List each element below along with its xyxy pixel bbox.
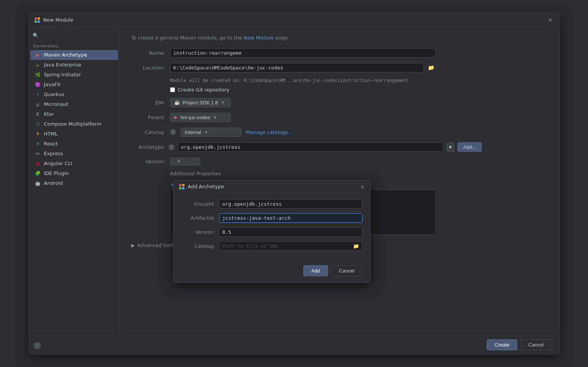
manage-catalogs-link[interactable]: Manage catalogs... <box>246 129 293 135</box>
svg-rect-5 <box>182 184 184 186</box>
dialog-footer: ? Create Cancel <box>29 335 560 354</box>
archetype-help-icon[interactable]: ? <box>169 144 175 150</box>
parent-dropdown[interactable]: ▶ hm-juc-codes ▼ <box>170 113 231 122</box>
additional-props-label-row: Additional Properties <box>131 171 548 176</box>
sidebar-label-ide: IDE Plugin <box>44 170 69 176</box>
sidebar-item-spring[interactable]: 🌿 Spring Initializr <box>30 70 118 80</box>
svg-rect-1 <box>38 17 40 20</box>
version-arrow-icon: ▼ <box>177 159 181 164</box>
archetype-label: Archetype: <box>131 144 166 150</box>
sidebar-item-ide-plugin[interactable]: 🧩 IDE Plugin <box>30 169 118 178</box>
groupid-input[interactable] <box>219 199 363 209</box>
catalog-dropdown[interactable]: Internal ▼ <box>181 128 241 137</box>
javafx-icon: 🟣 <box>35 82 41 88</box>
browse-folder-button[interactable]: 📁 <box>426 64 436 71</box>
popup-dialog-icon <box>179 184 185 190</box>
jdk-row: JDK: ☕ Project SDK 1.8 ▼ <box>131 98 548 107</box>
git-checkbox[interactable] <box>170 87 175 92</box>
sidebar-label-html: HTML <box>44 131 58 137</box>
popup-title: Add Archetype <box>188 184 357 189</box>
popup-catalog-input[interactable]: Path to file or URL 📁 <box>219 241 363 251</box>
sidebar-item-maven-archetype[interactable]: ▶ Maven Archetype <box>30 50 118 60</box>
sidebar-label-quarkus: Quarkus <box>44 91 65 97</box>
svg-rect-4 <box>179 184 181 186</box>
popup-cancel-button[interactable]: Cancel <box>331 265 362 276</box>
spring-icon: 🌿 <box>35 72 41 78</box>
ktor-icon: K <box>35 111 41 117</box>
sidebar-item-express[interactable]: ex Express <box>30 149 118 159</box>
git-checkbox-row: Create Git repository <box>170 87 548 93</box>
quarkus-icon: ⚡ <box>35 91 41 98</box>
sidebar-item-quarkus[interactable]: ⚡ Quarkus <box>30 90 118 99</box>
location-field-wrapper: 📁 <box>170 63 436 72</box>
sidebar-label-angular: Angular CLI <box>44 161 73 166</box>
sidebar-label-micronaut: Micronaut <box>44 101 69 107</box>
version-label: Version: <box>131 159 166 164</box>
location-row: Location: 📁 <box>131 63 548 72</box>
archetype-dropdown-btn[interactable]: ▼ <box>446 142 455 152</box>
catalog-label: Catalog: <box>131 129 166 135</box>
parent-row: Parent: ▶ hm-juc-codes ▼ <box>131 113 548 122</box>
sidebar-label-compose: Compose Multiplatform <box>44 121 102 127</box>
android-icon: 🤖 <box>35 180 41 186</box>
sidebar-label-ktor: Ktor <box>44 111 54 117</box>
artifactid-row: ArtifactId: <box>181 213 363 223</box>
version-dropdown[interactable]: ▼ <box>170 158 200 165</box>
sidebar-label-maven: Maven Archetype <box>44 52 87 58</box>
cancel-button[interactable]: Cancel <box>520 339 552 350</box>
sidebar-label-android: Android <box>44 180 63 186</box>
sidebar-item-ktor[interactable]: K Ktor <box>30 109 118 119</box>
popup-version-input[interactable] <box>219 227 363 237</box>
popup-version-label: Version: <box>181 229 215 235</box>
create-button[interactable]: Create <box>487 339 517 350</box>
name-label: Name: <box>131 50 166 56</box>
parent-arrow-icon: ▼ <box>213 115 217 120</box>
catalog-arrow-icon: ▼ <box>204 130 208 134</box>
name-input[interactable] <box>170 48 436 58</box>
location-label: Location: <box>131 65 166 71</box>
groupid-label: GroupId: <box>181 201 215 207</box>
archetype-input[interactable] <box>178 142 443 152</box>
close-button[interactable]: × <box>547 16 554 24</box>
popup-catalog-label: Catalog: <box>181 243 215 249</box>
catalog-help-icon[interactable]: ? <box>170 129 176 135</box>
sidebar-item-android[interactable]: 🤖 Android <box>30 178 118 188</box>
angular-icon: A <box>35 161 41 167</box>
module-path-hint: Module will be created in: K:\CodeSpace\… <box>170 78 548 83</box>
jdk-icon: ☕ <box>174 100 180 105</box>
sidebar-item-micronaut[interactable]: μ Micronaut <box>30 99 118 109</box>
artifactid-input[interactable] <box>219 213 363 223</box>
sidebar-label-express: Express <box>44 151 63 156</box>
location-input[interactable] <box>170 63 424 72</box>
search-box: 🔍 <box>29 30 120 41</box>
svg-rect-7 <box>182 187 184 189</box>
popup-body: GroupId: ArtifactId: Version: Catalog: <box>173 193 370 261</box>
popup-title-bar: Add Archetype × <box>173 181 370 193</box>
jdk-label: JDK: <box>131 100 166 106</box>
sidebar-item-compose[interactable]: ⬡ Compose Multiplatform <box>30 119 118 129</box>
generators-label: Generators <box>29 41 120 50</box>
svg-rect-6 <box>179 187 181 189</box>
jdk-dropdown[interactable]: ☕ Project SDK 1.8 ▼ <box>170 98 231 107</box>
popup-add-button[interactable]: Add <box>303 265 328 276</box>
folder-icon: 📁 <box>353 243 359 249</box>
popup-close-button[interactable]: × <box>360 184 365 190</box>
sidebar-item-javafx[interactable]: 🟣 JavaFX <box>30 80 118 90</box>
groupid-row: GroupId: <box>181 199 363 209</box>
artifactid-label: ArtifactId: <box>181 215 215 221</box>
jdk-value: Project SDK 1.8 <box>183 100 218 106</box>
help-button[interactable]: ? <box>33 342 41 350</box>
popup-catalog-row: Catalog: Path to file or URL 📁 <box>181 241 363 251</box>
maven-icon: ▶ <box>35 52 41 58</box>
sidebar-item-angular[interactable]: A Angular CLI <box>30 159 118 169</box>
add-archetype-dialog: Add Archetype × GroupId: ArtifactId: Ver… <box>173 180 370 283</box>
parent-icon: ▶ <box>174 115 178 120</box>
new-module-link[interactable]: New Module <box>244 35 274 41</box>
additional-properties-title: Additional Properties <box>170 171 221 176</box>
add-archetype-button[interactable]: Add... <box>457 142 482 152</box>
sidebar-item-react[interactable]: ⚛ React <box>30 139 118 149</box>
popup-version-row: Version: <box>181 227 363 237</box>
sidebar-item-java-enterprise[interactable]: ☕ Java Enterprise <box>30 60 118 70</box>
sidebar-item-html[interactable]: 5 HTML <box>30 129 118 139</box>
catalog-row: Catalog: ? Internal ▼ Manage catalogs... <box>131 128 548 137</box>
